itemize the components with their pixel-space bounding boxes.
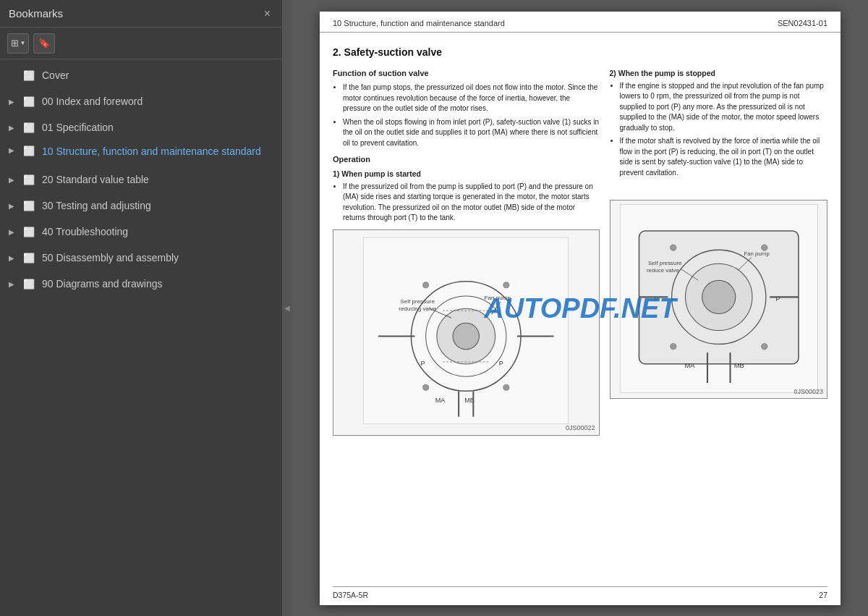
bookmark-label-50: 50 Disassembly and assembly	[42, 251, 179, 264]
expand-arrow-50: ▶	[9, 254, 20, 262]
svg-point-21	[503, 384, 509, 390]
content-right-block: 2) When the pump is stopped If the engin…	[610, 68, 828, 435]
collapse-arrow-icon: ◀	[284, 304, 290, 312]
op1-bullets: If the pressurized oil from the pump is …	[333, 182, 600, 224]
page-wrapper: 10 Structure, function and maintenance s…	[320, 12, 841, 605]
bookmark-item-01[interactable]: ▶ ⬜ 01 Specification	[0, 114, 282, 140]
diagram-svg-1: Self pressure reducing valve Fan pump P …	[333, 230, 599, 435]
bookmark-label-40: 40 Troubleshooting	[42, 225, 128, 238]
sidebar-toolbar: ⊞ ▼ 🔖	[0, 28, 282, 59]
page-body: 2. Safety-suction valve Function of suct…	[320, 40, 841, 442]
bookmark-item-cover[interactable]: ⬜ Cover	[0, 62, 282, 88]
svg-point-19	[503, 282, 509, 287]
sidebar-title: Bookmarks	[9, 7, 63, 20]
sidebar-divider[interactable]: ◀	[282, 0, 292, 616]
bookmark-list: ⬜ Cover ▶ ⬜ 00 Index and foreword ▶ ⬜ 01…	[0, 59, 282, 616]
content-left-block: Function of suction valve If the fan pum…	[333, 68, 600, 435]
expand-arrow-01: ▶	[9, 124, 20, 132]
op1-label: 1) When pump is started	[333, 169, 600, 180]
svg-point-44	[670, 344, 676, 350]
bookmark-icon-cover: ⬜	[23, 70, 36, 81]
bullet-item: If the motor shaft is revolved by the fo…	[620, 136, 828, 178]
bookmark-label-10: 10 Structure, function and maintenance s…	[42, 145, 261, 158]
page-footer: D375A-5R 27	[333, 586, 827, 599]
op-title: Operation	[333, 154, 600, 165]
svg-text:Self pressure: Self pressure	[648, 261, 682, 267]
expand-arrow-10: ▶	[9, 146, 20, 154]
expand-arrow-30: ▶	[9, 202, 20, 210]
bookmark-icon-20: ⬜	[23, 174, 36, 185]
bookmark-item-20[interactable]: ▶ ⬜ 20 Standard value table	[0, 166, 282, 193]
bookmark-icon: 🔖	[38, 38, 50, 48]
expand-arrow-40: ▶	[9, 228, 20, 236]
bookmark-label-20: 20 Standard value table	[42, 173, 149, 186]
expand-arrow-20: ▶	[9, 176, 20, 184]
grid-icon: ⊞	[11, 38, 19, 48]
expand-arrow-90: ▶	[9, 280, 20, 288]
sidebar-header: Bookmarks ×	[0, 0, 282, 28]
footer-right: 27	[819, 591, 827, 599]
bullet-item: If the pressurized oil from the pump is …	[343, 182, 600, 224]
svg-text:P: P	[499, 360, 503, 367]
bookmark-label-30: 30 Testing and adjusting	[42, 199, 151, 212]
bullet-item: If the engine is stopped and the input r…	[620, 81, 828, 134]
svg-text:MA: MA	[435, 396, 446, 403]
bullet-item: When the oil stops flowing in from inlet…	[343, 117, 600, 149]
bookmark-icon-30: ⬜	[23, 201, 36, 211]
main-content: 10 Structure, function and maintenance s…	[292, 0, 868, 616]
diagram-2: Self pressure reduce valve Fan pump P P …	[610, 200, 828, 399]
op-section: Operation 1) When pump is started If the…	[333, 154, 600, 223]
bookmark-item-90[interactable]: ▶ ⬜ 90 Diagrams and drawings	[0, 271, 282, 297]
svg-text:P: P	[421, 360, 425, 367]
bookmark-options-button[interactable]: 🔖	[33, 33, 55, 54]
bookmark-icon-01: ⬜	[23, 122, 36, 133]
view-options-button[interactable]: ⊞ ▼	[7, 33, 29, 54]
svg-text:Self pressure: Self pressure	[400, 298, 435, 305]
expand-arrow-00: ▶	[9, 98, 20, 106]
bookmark-item-10[interactable]: ▶ ⬜ 10 Structure, function and maintenan…	[0, 140, 282, 166]
bookmark-label-01: 01 Specification	[42, 121, 114, 134]
svg-point-45	[761, 344, 767, 350]
svg-point-18	[423, 282, 429, 287]
svg-point-28	[702, 281, 735, 314]
page-header-left: 10 Structure, function and maintenance s…	[333, 19, 505, 28]
bookmark-item-40[interactable]: ▶ ⬜ 40 Troubleshooting	[0, 219, 282, 245]
col1-bullets1: If the fan pump stops, the pressurized o…	[333, 83, 600, 148]
bookmark-icon-50: ⬜	[23, 253, 36, 263]
diagram1-label: 0JS00022	[566, 423, 595, 433]
bookmark-item-00[interactable]: ▶ ⬜ 00 Index and foreword	[0, 88, 282, 114]
expand-arrow	[9, 72, 20, 80]
bullet-item: If the fan pump stops, the pressurized o…	[343, 83, 600, 114]
bookmark-label-90: 90 Diagrams and drawings	[42, 277, 163, 290]
page-header: 10 Structure, function and maintenance s…	[320, 12, 841, 33]
svg-text:MA: MA	[684, 361, 695, 369]
bookmark-item-30[interactable]: ▶ ⬜ 30 Testing and adjusting	[0, 193, 282, 219]
close-button[interactable]: ×	[261, 7, 273, 21]
bookmark-item-50[interactable]: ▶ ⬜ 50 Disassembly and assembly	[0, 245, 282, 271]
content-row: Function of suction valve If the fan pum…	[333, 68, 827, 435]
col2-bullets1: If the engine is stopped and the input r…	[610, 81, 828, 179]
footer-left: D375A-5R	[333, 591, 368, 599]
svg-text:Fan pump: Fan pump	[485, 295, 511, 301]
svg-point-4	[453, 323, 479, 349]
bookmark-icon-00: ⬜	[23, 96, 36, 107]
page-header-right: SEN02431-01	[778, 19, 827, 28]
section-title: 2. Safety-suction valve	[333, 46, 827, 60]
bookmark-icon-40: ⬜	[23, 227, 36, 237]
svg-text:Fan pump: Fan pump	[744, 250, 770, 257]
col2-title1: 2) When the pump is stopped	[610, 68, 828, 79]
svg-point-42	[670, 245, 676, 250]
svg-text:MB: MB	[733, 361, 744, 369]
diagram-1: Self pressure reducing valve Fan pump P …	[333, 229, 600, 436]
svg-text:P: P	[654, 295, 658, 303]
diagram-svg-2: Self pressure reduce valve Fan pump P P …	[610, 201, 827, 398]
svg-point-43	[761, 245, 767, 250]
sidebar: Bookmarks × ⊞ ▼ 🔖 ⬜ Cover ▶ ⬜ 00 Index a…	[0, 0, 282, 616]
svg-text:reduce valve: reduce valve	[647, 267, 679, 274]
chevron-down-icon: ▼	[20, 40, 26, 46]
bookmark-label-00: 00 Index and foreword	[42, 95, 142, 108]
svg-point-20	[423, 384, 429, 390]
svg-text:P: P	[775, 295, 780, 303]
diagram2-label: 0JS00023	[793, 387, 823, 397]
bookmark-icon-10: ⬜	[23, 145, 36, 156]
